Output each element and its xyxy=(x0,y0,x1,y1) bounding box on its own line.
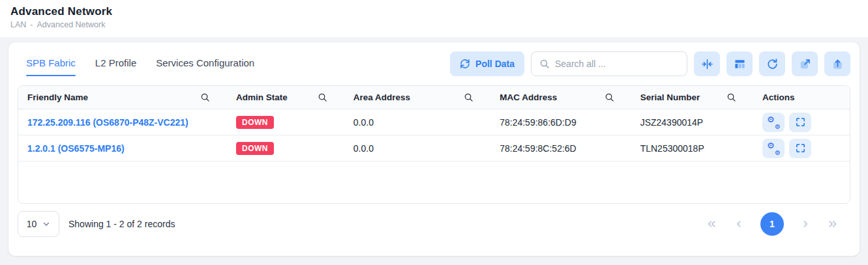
footer-left: 10 Showing 1 - 2 of 2 records xyxy=(18,211,175,237)
page-title: Advanced Network xyxy=(10,5,858,18)
chevron-left-icon xyxy=(733,218,745,230)
columns-icon xyxy=(734,58,746,70)
breadcrumb-parent[interactable]: LAN xyxy=(10,20,26,29)
expand-icon xyxy=(795,143,806,154)
column-label: Serial Number xyxy=(640,92,700,102)
search-icon xyxy=(539,59,550,69)
refresh-icon xyxy=(766,58,779,70)
page-size-select[interactable]: 10 xyxy=(18,211,59,237)
column-header-mac-address: MAC Address xyxy=(490,86,631,109)
column-header-friendly-name: Friendly Name xyxy=(18,86,227,109)
page-header: Advanced Network LAN - Advanced Network xyxy=(0,0,868,37)
collapse-columns-icon xyxy=(701,58,713,70)
previous-page-button[interactable] xyxy=(733,218,745,230)
table-row: 1.2.0.1 (OS6575-MP16) DOWN 0.0.0 78:24:5… xyxy=(18,135,850,161)
column-label: Area Address xyxy=(353,92,410,102)
device-settings-button[interactable]: ⚙⚙ xyxy=(762,139,785,158)
tab-services-configuration[interactable]: Services Configuration xyxy=(156,52,254,76)
breadcrumb-separator: - xyxy=(30,20,33,29)
column-search-icon[interactable] xyxy=(726,92,736,102)
column-label: Admin State xyxy=(236,92,288,102)
current-page-button[interactable]: 1 xyxy=(760,212,784,236)
breadcrumb-current: Advanced Network xyxy=(37,20,106,29)
tab-spb-fabric[interactable]: SPB Fabric xyxy=(26,52,76,76)
table-empty-space xyxy=(18,161,850,203)
admin-state-badge: DOWN xyxy=(236,142,274,155)
table-footer: 10 Showing 1 - 2 of 2 records 1 xyxy=(18,211,850,237)
content-card: SPB Fabric L2 Profile Services Configura… xyxy=(8,42,860,256)
expand-row-button[interactable] xyxy=(789,139,811,158)
pagination: 1 xyxy=(706,212,850,236)
export-button[interactable] xyxy=(824,51,850,76)
mac-address-value: 78:24:59:8C:52:6D xyxy=(500,143,576,154)
expand-icon xyxy=(795,117,806,128)
column-label: MAC Address xyxy=(500,92,557,102)
device-link[interactable]: 1.2.0.1 (OS6575-MP16) xyxy=(27,143,125,154)
devices-table: Friendly Name Admin State Area Address M… xyxy=(18,85,850,204)
double-chevron-right-icon xyxy=(827,218,839,230)
tab-bar: SPB Fabric L2 Profile Services Configura… xyxy=(18,52,254,76)
column-header-area-address: Area Address xyxy=(344,86,490,109)
records-summary: Showing 1 - 2 of 2 records xyxy=(68,219,175,229)
page-size-value: 10 xyxy=(27,219,37,229)
column-header-serial-number: Serial Number xyxy=(631,86,753,109)
first-page-button[interactable] xyxy=(706,218,717,230)
global-search xyxy=(531,51,687,76)
tab-l2-profile[interactable]: L2 Profile xyxy=(95,52,136,76)
mac-address-value: 78:24:59:86:6D:D9 xyxy=(500,117,576,128)
toolbar: Poll Data xyxy=(450,51,850,76)
column-header-admin-state: Admin State xyxy=(227,86,344,109)
device-settings-button[interactable]: ⚙⚙ xyxy=(762,113,785,132)
area-address-value: 0.0.0 xyxy=(353,143,374,154)
table-header-row: Friendly Name Admin State Area Address M… xyxy=(18,86,850,109)
sync-icon xyxy=(460,59,470,69)
last-page-button[interactable] xyxy=(827,218,839,230)
refresh-button[interactable] xyxy=(759,51,785,76)
gears-icon: ⚙⚙ xyxy=(768,117,779,128)
column-search-icon[interactable] xyxy=(605,92,614,102)
collapse-columns-button[interactable] xyxy=(694,51,720,76)
column-search-icon[interactable] xyxy=(464,92,473,102)
chevron-right-icon xyxy=(800,218,811,230)
serial-number-value: TLN25300018P xyxy=(640,143,704,154)
upload-icon xyxy=(831,58,844,70)
poll-data-button[interactable]: Poll Data xyxy=(450,51,524,76)
next-page-button[interactable] xyxy=(800,218,811,230)
poll-data-label: Poll Data xyxy=(475,59,515,69)
search-input[interactable] xyxy=(555,59,679,69)
serial-number-value: JSZ24390014P xyxy=(640,117,704,128)
open-in-new-window-button[interactable] xyxy=(792,51,818,76)
manage-columns-button[interactable] xyxy=(726,51,753,76)
external-link-icon xyxy=(799,58,811,70)
table-row: 172.25.209.116 (OS6870-P48Z-VC221) DOWN … xyxy=(18,109,850,135)
admin-state-badge: DOWN xyxy=(236,116,274,129)
column-header-actions: Actions xyxy=(753,86,850,109)
expand-row-button[interactable] xyxy=(789,113,811,132)
card-top-bar: SPB Fabric L2 Profile Services Configura… xyxy=(18,50,850,85)
gears-icon: ⚙⚙ xyxy=(768,143,779,154)
double-chevron-left-icon xyxy=(706,218,717,230)
column-label: Friendly Name xyxy=(27,92,88,102)
device-link[interactable]: 172.25.209.116 (OS6870-P48Z-VC221) xyxy=(27,117,188,128)
chevron-down-icon xyxy=(42,220,50,228)
column-label: Actions xyxy=(762,92,795,102)
column-search-icon[interactable] xyxy=(318,92,327,102)
column-search-icon[interactable] xyxy=(200,92,210,102)
breadcrumb: LAN - Advanced Network xyxy=(10,20,858,29)
area-address-value: 0.0.0 xyxy=(353,117,374,128)
